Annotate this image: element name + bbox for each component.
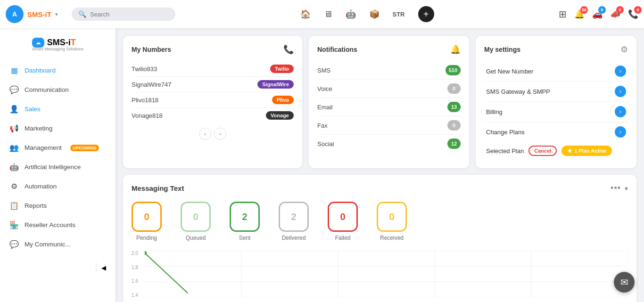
notif-count: 12 bbox=[447, 139, 461, 149]
messaging-title: Messaging Text bbox=[132, 184, 184, 192]
notifications-card: Notifications 🔔 SMS 510 Voice 0 Email 13 bbox=[309, 36, 469, 168]
y-label: 1.8 bbox=[132, 265, 145, 270]
messaging-header: Messaging Text ••• ▾ bbox=[132, 183, 628, 193]
sent-label: Sent bbox=[239, 235, 251, 241]
sidebar-item-label: Dashboard bbox=[25, 67, 56, 74]
plan-active-button[interactable]: ★ 1 Plan Active bbox=[561, 146, 612, 156]
automation-icon: ⚙ bbox=[9, 182, 19, 191]
delivered-circle: 2 bbox=[279, 202, 309, 232]
home-icon[interactable]: 🏠 bbox=[300, 9, 311, 19]
pending-label: Pending bbox=[136, 235, 157, 241]
number-name: SignalWire747 bbox=[132, 81, 172, 88]
robot-icon[interactable]: 🤖 bbox=[346, 9, 356, 19]
cards-row: My Numbers 📞 Twilio833 Twilio SignalWire… bbox=[123, 36, 636, 168]
number-row: Twilio833 Twilio bbox=[132, 61, 294, 77]
sidebar-item-label: Reseller Accounts bbox=[25, 221, 75, 229]
sidebar-item-sales[interactable]: 👤 Sales bbox=[0, 99, 116, 119]
arrow-button[interactable]: › bbox=[615, 86, 626, 97]
notif-label: SMS bbox=[317, 67, 330, 74]
sidebar-item-marketing[interactable]: 📢 Marketing bbox=[0, 119, 116, 138]
received-label: Received bbox=[380, 235, 404, 241]
megaphone-notification[interactable]: 📣 0 bbox=[610, 9, 620, 19]
sidebar-logo-sub: Smart Messaging Solutions bbox=[32, 47, 84, 51]
bell-icon[interactable]: 🔔 bbox=[450, 44, 461, 55]
car-notification[interactable]: 🚗 0 bbox=[592, 9, 603, 19]
management-icon: 👥 bbox=[9, 143, 19, 152]
box-icon[interactable]: 📦 bbox=[369, 9, 380, 19]
settings-list: Get New Number › SMS Gateway & SMPP › Bi… bbox=[484, 61, 628, 142]
brand-name: SMS-iT bbox=[27, 10, 51, 18]
provider-badge: Plivo bbox=[272, 96, 294, 104]
stat-delivered: 2 Delivered bbox=[279, 202, 309, 241]
provider-badge: SignalWire bbox=[257, 80, 294, 89]
phone-badge: 0 bbox=[634, 6, 642, 14]
settings-label: SMS Gateway & SMPP bbox=[486, 88, 550, 95]
ai-icon: 🤖 bbox=[9, 163, 19, 171]
main-content: My Numbers 📞 Twilio833 Twilio SignalWire… bbox=[116, 28, 644, 302]
change-plans-arrow[interactable]: › bbox=[615, 126, 626, 138]
number-navigation: ‹ › bbox=[132, 128, 294, 140]
notifications-list: SMS 510 Voice 0 Email 13 Fax 0 bbox=[317, 61, 461, 153]
megaphone-badge: 0 bbox=[616, 6, 624, 14]
sidebar-item-dashboard[interactable]: ▦ Dashboard bbox=[0, 61, 116, 80]
car-badge: 0 bbox=[598, 6, 606, 14]
next-number-button[interactable]: › bbox=[214, 128, 226, 140]
notification-bell[interactable]: 🔔 56 bbox=[574, 9, 585, 19]
settings-label: Get New Number bbox=[486, 68, 533, 75]
search-bar[interactable]: 🔍 bbox=[72, 8, 175, 21]
arrow-button[interactable]: › bbox=[615, 65, 626, 77]
settings-header: My settings ⚙ bbox=[484, 44, 628, 55]
sidebar-collapse-button[interactable]: ◀ bbox=[96, 262, 111, 273]
sidebar-item-management[interactable]: 👥 Management UPCOMING bbox=[0, 138, 116, 157]
sidebar-logo-text: SMS-iT bbox=[47, 38, 76, 48]
gear-icon[interactable]: ⚙ bbox=[620, 44, 628, 55]
billing-row[interactable]: Billing › bbox=[484, 102, 628, 122]
monitor-icon[interactable]: 🖥 bbox=[324, 9, 332, 19]
dashboard-icon: ▦ bbox=[9, 66, 19, 75]
settings-label: Change Plans bbox=[486, 129, 525, 136]
reports-icon: 📋 bbox=[9, 201, 19, 210]
change-plans-row[interactable]: Change Plans › bbox=[484, 122, 628, 142]
chevron-down-icon[interactable]: ▾ bbox=[625, 185, 628, 192]
arrow-button[interactable]: › bbox=[615, 106, 626, 117]
str-button[interactable]: STR bbox=[393, 11, 405, 18]
notif-count: 13 bbox=[447, 102, 461, 112]
sidebar-item-reports[interactable]: 📋 Reports bbox=[0, 196, 116, 215]
chat-bubble-button[interactable]: ✉ bbox=[614, 272, 635, 293]
sidebar-item-label: Marketing bbox=[25, 125, 52, 132]
y-label: 1.4 bbox=[132, 293, 145, 298]
sms-gateway-row[interactable]: SMS Gateway & SMPP › bbox=[484, 82, 628, 102]
add-button[interactable]: + bbox=[418, 6, 434, 22]
brand-chevron[interactable]: ▾ bbox=[55, 11, 58, 17]
search-input[interactable] bbox=[90, 11, 165, 18]
phone-notification[interactable]: 📞 0 bbox=[628, 9, 638, 19]
my-numbers-card: My Numbers 📞 Twilio833 Twilio SignalWire… bbox=[123, 36, 302, 168]
prev-number-button[interactable]: ‹ bbox=[199, 128, 211, 140]
more-options-button[interactable]: ••• bbox=[611, 183, 621, 193]
numbers-list: Twilio833 Twilio SignalWire747 SignalWir… bbox=[132, 61, 294, 123]
phone-icon[interactable]: 📞 bbox=[283, 44, 294, 55]
sidebar-item-label: Communication bbox=[25, 86, 69, 93]
selected-plan-label: Selected Plan bbox=[486, 147, 524, 155]
chart-area: 2.0 1.8 1.6 1.4 bbox=[132, 251, 628, 298]
received-circle: 0 bbox=[377, 202, 407, 232]
sidebar-item-my-communication[interactable]: 💬 My Communic... bbox=[0, 235, 116, 254]
cancel-button[interactable]: Cancel bbox=[528, 146, 557, 156]
grid-icon[interactable]: ⊞ bbox=[559, 8, 567, 20]
sidebar-item-communication[interactable]: 💬 Communication bbox=[0, 80, 116, 99]
chat-icon: ✉ bbox=[620, 277, 628, 288]
sidebar-item-automation[interactable]: ⚙ Automation bbox=[0, 177, 116, 196]
pending-circle: 0 bbox=[132, 202, 162, 232]
get-new-number-row[interactable]: Get New Number › bbox=[484, 61, 628, 82]
sidebar-item-ai[interactable]: 🤖 Artificial Intelligence bbox=[0, 157, 116, 177]
sidebar-nav: ▦ Dashboard 💬 Communication 👤 Sales 📢 Ma… bbox=[0, 56, 116, 259]
notif-label: Voice bbox=[317, 85, 332, 92]
notif-row: Fax 0 bbox=[317, 116, 461, 135]
delivered-label: Delivered bbox=[282, 235, 306, 241]
notif-label: Social bbox=[317, 140, 334, 147]
number-row: SignalWire747 SignalWire bbox=[132, 77, 294, 92]
notifications-title: Notifications bbox=[317, 46, 357, 53]
sidebar-item-reseller[interactable]: 🏪 Reseller Accounts bbox=[0, 215, 116, 235]
sidebar-logo: ☁ SMS-iT Smart Messaging Solutions bbox=[0, 28, 116, 56]
avatar[interactable]: A bbox=[6, 5, 24, 23]
